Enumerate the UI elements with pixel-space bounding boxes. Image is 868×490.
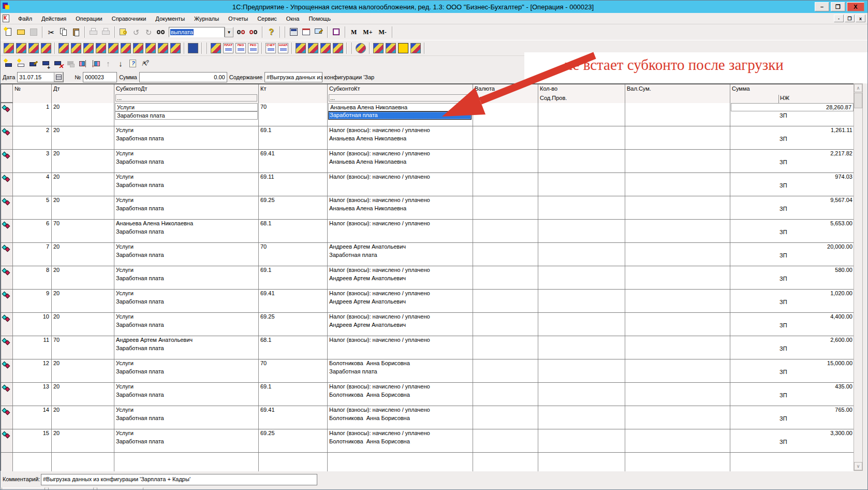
document-journal-icon[interactable] [28, 43, 39, 53]
doc-t-red-icon[interactable] [145, 43, 156, 53]
subconto-dt-cell[interactable]: УслугиЗаработная плата [114, 313, 259, 336]
edit-line-button[interactable] [27, 57, 40, 70]
cur-sum-cell[interactable] [625, 103, 730, 126]
qty-cell[interactable] [538, 103, 625, 126]
subconto-kt-cell[interactable]: Налог (взносы): начислено / уплаченоАндр… [328, 266, 473, 289]
number-field[interactable]: 000023 [83, 72, 117, 82]
kt-account-cell[interactable]: 70 [259, 103, 328, 126]
row-number-cell[interactable]: 7 [13, 243, 52, 266]
qty-cell[interactable] [538, 383, 625, 406]
qty-cell[interactable] [538, 266, 625, 289]
subconto-kt-cell[interactable]: Налог (взносы): начислено / уплачено [328, 220, 473, 242]
currency-cell[interactable] [473, 290, 538, 312]
cur-sum-cell[interactable] [625, 126, 730, 149]
subconto-kt-cell[interactable]: Налог (взносы): начислено / уплаченоАндр… [328, 313, 473, 336]
sum-cell[interactable]: 15,000.00ЗП [730, 359, 854, 382]
cur-sum-cell[interactable] [625, 243, 730, 266]
row-number-cell[interactable]: 10 [13, 313, 52, 336]
globe-doc-icon[interactable] [373, 43, 384, 53]
row-number-cell[interactable]: 13 [13, 383, 52, 406]
table-row[interactable]: 1220УслугиЗаработная плата70Болотникова … [1, 359, 854, 383]
qty-cell[interactable] [538, 336, 625, 359]
currency-cell[interactable] [473, 173, 538, 196]
find-prev-button[interactable] [247, 26, 260, 38]
row-number-cell[interactable]: 4 [13, 173, 52, 196]
kt-account-cell[interactable]: 69.41 [259, 290, 328, 312]
calendar-26-icon[interactable] [398, 43, 408, 53]
books-row-icon[interactable] [333, 43, 343, 53]
sum-cell[interactable]: 1,020.00ЗП [730, 290, 854, 312]
dt-account-cell[interactable]: 20 [52, 429, 114, 452]
blue-book-icon[interactable] [188, 43, 198, 53]
currency-cell[interactable] [473, 150, 538, 172]
subconto-dt-cell[interactable]: УслугиЗаработная плата [114, 406, 259, 429]
constants-cube-icon[interactable] [4, 43, 14, 53]
kt-account-cell[interactable]: 69.1 [259, 126, 328, 149]
currency-cell[interactable] [473, 429, 538, 452]
table-row[interactable]: 720УслугиЗаработная плата70Андреев Артем… [1, 243, 854, 266]
doc-t1-icon[interactable] [121, 43, 131, 53]
scroll-up-button[interactable]: ∧ [854, 84, 862, 92]
currency-cell[interactable] [473, 266, 538, 289]
dt-account-cell[interactable]: 20 [52, 173, 114, 196]
chevron-down-icon[interactable]: ▼ [225, 27, 233, 37]
redo-button[interactable]: ↻ [142, 26, 155, 38]
currency-cell[interactable] [473, 243, 538, 266]
qty-cell[interactable] [538, 429, 625, 452]
qty-cell[interactable] [538, 290, 625, 312]
table-row[interactable]: 670Ананьева Алена НиколаевнаЗаработная п… [1, 220, 854, 243]
search-combobox[interactable]: выплата ▼ [169, 27, 233, 37]
kt-account-cell[interactable]: 69.1 [259, 266, 328, 289]
open-button[interactable] [15, 26, 27, 38]
find-next-button[interactable] [235, 26, 247, 38]
doc-t2-icon[interactable] [133, 43, 143, 53]
subconto-dt-cell[interactable]: УслугиЗаработная плата [114, 383, 259, 406]
menu-help[interactable]: Помощь [304, 14, 335, 23]
cur-sum-cell[interactable] [625, 266, 730, 289]
row-number-cell[interactable]: 3 [13, 150, 52, 172]
kt-account-cell[interactable]: 70 [259, 243, 328, 266]
sum-cell[interactable]: 28,260.87ЗП [730, 103, 854, 126]
row-number-cell[interactable]: 15 [13, 429, 52, 452]
context-help-button[interactable]: ⇱? [139, 57, 152, 70]
sum-cell[interactable]: 3,300.00ЗП [730, 429, 854, 452]
cur-sum-cell[interactable] [625, 196, 730, 219]
currency-cell[interactable] [473, 336, 538, 359]
table-editor-button[interactable] [313, 26, 325, 38]
subconto-dt-cell[interactable]: УслугиЗаработная плата [114, 150, 259, 172]
comment-input[interactable]: #Выгрузка данных из конфигурации 'Зарпла… [41, 474, 317, 485]
rko-button[interactable] [248, 43, 258, 53]
subconto-dt-cell[interactable]: УслугиЗаработная плата [114, 173, 259, 196]
currency-cell[interactable] [473, 126, 538, 149]
row-number-cell[interactable]: 8 [13, 266, 52, 289]
row-number-cell[interactable]: 9 [13, 290, 52, 312]
cut-button[interactable]: ✂ [45, 26, 57, 38]
print-preview-button[interactable] [100, 26, 112, 38]
cur-sum-cell[interactable] [625, 313, 730, 336]
table-row[interactable]: 1420УслугиЗаработная плата69.41Налог (вз… [1, 406, 854, 429]
dt-account-cell[interactable]: 20 [52, 383, 114, 406]
kt-account-cell[interactable]: 69.41 [259, 150, 328, 172]
menu-journals[interactable]: Журналы [189, 14, 224, 23]
undo-button[interactable]: ↺ [130, 26, 142, 38]
duplicate-line-button[interactable] [65, 57, 77, 70]
new-line-button[interactable] [3, 57, 15, 70]
qty-cell[interactable] [538, 406, 625, 429]
help-button[interactable]: ? [265, 26, 277, 38]
cur-sum-cell[interactable] [625, 429, 730, 452]
table-row[interactable]: 1020УслугиЗаработная плата69.25Налог (вз… [1, 313, 854, 336]
subconto-dt-cell[interactable]: УслугиЗаработная плата [114, 359, 259, 382]
journal-book-icon[interactable] [211, 43, 221, 53]
dt-account-cell[interactable]: 20 [52, 150, 114, 172]
subconto-kt-cell[interactable]: Налог (взносы): начислено / уплаченоАнан… [328, 196, 473, 219]
sum-cell[interactable]: 2,600.00ЗП [730, 336, 854, 359]
row-number-cell[interactable]: 14 [13, 406, 52, 429]
checkerboard-icon[interactable] [83, 43, 94, 53]
waybill-button[interactable] [278, 43, 288, 53]
calc-table-icon[interactable] [96, 43, 106, 53]
cur-sum-cell[interactable] [625, 290, 730, 312]
menu-service[interactable]: Сервис [253, 14, 282, 23]
cashbox-icon[interactable] [308, 43, 318, 53]
currency-cell[interactable] [473, 196, 538, 219]
table-row[interactable]: 820УслугиЗаработная плата69.1Налог (взно… [1, 266, 854, 290]
